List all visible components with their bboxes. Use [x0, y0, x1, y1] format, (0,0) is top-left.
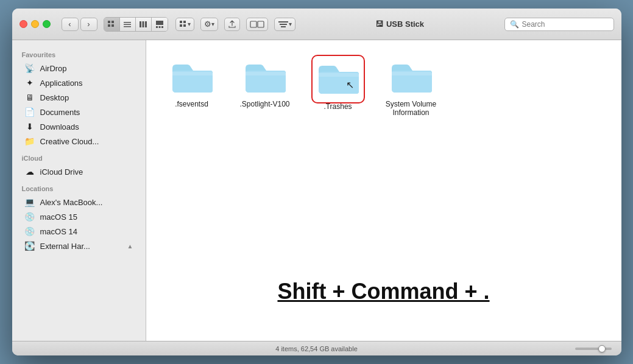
group-by-button[interactable]: ▾	[175, 18, 194, 31]
zoom-slider[interactable]	[575, 348, 612, 350]
status-text: 4 items, 62,54 GB available	[275, 345, 358, 352]
folder-svg	[316, 60, 360, 96]
svg-rect-9	[145, 21, 147, 27]
airdrop-icon: 📡	[24, 63, 35, 73]
main-content: Favourites 📡 AirDrop ✦ Applications 🖥 De…	[12, 40, 621, 341]
share-button[interactable]	[224, 18, 240, 31]
folder-icon-wrap	[170, 58, 214, 97]
sort-button[interactable]: ▾	[274, 18, 295, 31]
macos15-icon: 💿	[24, 212, 35, 222]
svg-rect-14	[180, 21, 182, 23]
external-icon: 💽	[24, 241, 35, 251]
sidebar-item-label: Documents	[40, 108, 80, 117]
sidebar-item-airdrop[interactable]: 📡 AirDrop	[15, 61, 143, 75]
file-name: .Trashes	[324, 102, 352, 111]
tag-button[interactable]	[246, 18, 268, 31]
sidebar-item-desktop[interactable]: 🖥 Desktop	[15, 90, 143, 105]
svg-rect-5	[124, 24, 131, 25]
view-mode-group	[104, 17, 168, 32]
creative-cloud-icon: 📁	[24, 136, 35, 146]
sidebar-item-label: Applications	[40, 79, 83, 88]
svg-rect-18	[250, 21, 256, 27]
svg-rect-17	[183, 24, 186, 27]
search-bar[interactable]: 🔍	[504, 18, 614, 31]
nav-buttons: ‹ ›	[62, 18, 97, 31]
back-button[interactable]: ‹	[62, 18, 79, 31]
slider-thumb[interactable]	[598, 345, 606, 352]
titlebar: ‹ ›	[12, 9, 621, 40]
file-item[interactable]: .Spotlight-V100	[238, 58, 292, 108]
sidebar-item-creative-cloud[interactable]: 📁 Creative Cloud...	[15, 134, 143, 149]
macos14-icon: 💿	[24, 226, 35, 236]
sidebar-item-label: Creative Cloud...	[40, 137, 99, 146]
forward-button[interactable]: ›	[80, 18, 97, 31]
sidebar-item-macbook[interactable]: 💻 Alex's MacBook...	[15, 195, 143, 209]
folder-icon-wrap	[243, 58, 287, 97]
shortcut-area: Shift + Command + .	[146, 135, 621, 341]
sidebar-item-label: macOS 15	[40, 212, 77, 222]
sidebar-item-external[interactable]: 💽 External Har... ▲	[15, 239, 143, 253]
locations-header: Locations	[12, 179, 146, 195]
sidebar-item-label: External Har...	[40, 242, 90, 251]
svg-rect-11	[156, 26, 158, 28]
search-icon: 🔍	[510, 20, 519, 29]
file-item[interactable]: System Volume Information	[384, 58, 439, 117]
view-list-button[interactable]	[120, 18, 136, 31]
slider-track	[575, 348, 612, 350]
svg-rect-0	[108, 21, 110, 23]
sidebar-item-downloads[interactable]: ⬇ Downloads	[15, 119, 143, 134]
downloads-icon: ⬇	[24, 122, 35, 131]
action-button[interactable]: ⚙▾	[200, 18, 218, 31]
svg-rect-19	[258, 21, 264, 27]
sidebar-item-icloud-drive[interactable]: ☁ iCloud Drive	[15, 164, 143, 179]
applications-icon: ✦	[24, 78, 35, 88]
file-area: .fseventsd .Spotlight-V100	[146, 40, 621, 341]
svg-rect-2	[108, 24, 110, 27]
sidebar-item-macos14[interactable]: 💿 macOS 14	[15, 224, 143, 239]
traffic-lights	[19, 20, 51, 28]
finder-window: ‹ ›	[12, 9, 621, 355]
sidebar-item-macos15[interactable]: 💿 macOS 15	[15, 209, 143, 224]
svg-rect-20	[278, 21, 288, 23]
file-name: .Spotlight-V100	[239, 100, 289, 108]
svg-rect-10	[156, 21, 163, 25]
svg-rect-13	[161, 26, 163, 28]
sidebar-item-label: Desktop	[40, 93, 69, 102]
close-button[interactable]	[19, 20, 27, 28]
files-grid: .fseventsd .Spotlight-V100	[146, 40, 621, 135]
folder-svg	[389, 58, 433, 95]
file-item-selected[interactable]: ↖ .Trashes	[311, 58, 366, 111]
svg-rect-15	[183, 21, 186, 23]
sidebar-item-label: Alex's MacBook...	[40, 198, 103, 207]
svg-rect-4	[124, 22, 131, 23]
sidebar-item-label: AirDrop	[40, 64, 67, 73]
svg-rect-16	[180, 24, 182, 27]
folder-svg	[170, 58, 214, 95]
sidebar-item-label: macOS 14	[40, 227, 77, 236]
sidebar-item-label: iCloud Drive	[40, 167, 83, 177]
svg-rect-3	[111, 24, 114, 27]
sidebar: Favourites 📡 AirDrop ✦ Applications 🖥 De…	[12, 40, 146, 341]
usb-icon: 🖫	[375, 19, 383, 29]
search-input[interactable]	[522, 20, 609, 29]
folder-svg	[243, 58, 287, 95]
sidebar-item-documents[interactable]: 📄 Documents	[15, 105, 143, 119]
maximize-button[interactable]	[43, 20, 51, 28]
file-item[interactable]: .fseventsd	[164, 58, 219, 108]
folder-icon-wrap-selected	[315, 58, 361, 100]
icloud-drive-icon: ☁	[24, 167, 35, 177]
svg-rect-22	[281, 26, 286, 27]
folder-icon-wrap	[389, 58, 433, 97]
icloud-header: iCloud	[12, 149, 146, 164]
svg-rect-12	[158, 26, 160, 28]
sidebar-item-applications[interactable]: ✦ Applications	[15, 75, 143, 90]
view-column-button[interactable]	[136, 18, 152, 31]
macbook-icon: 💻	[24, 197, 35, 207]
view-gallery-button[interactable]	[152, 18, 168, 31]
svg-rect-21	[280, 24, 287, 25]
svg-rect-6	[124, 26, 131, 27]
window-title: 🖫 USB Stick	[302, 19, 498, 29]
file-name: .fseventsd	[175, 100, 208, 108]
view-icon-button[interactable]	[104, 18, 120, 31]
minimize-button[interactable]	[31, 20, 39, 28]
